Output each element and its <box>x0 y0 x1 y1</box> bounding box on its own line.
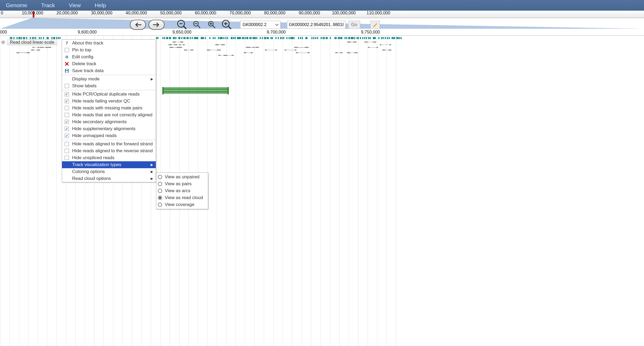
highlight-button[interactable] <box>370 21 380 29</box>
svg-rect-45 <box>167 37 168 39</box>
svg-rect-107 <box>280 37 281 39</box>
submenu-view-coverage[interactable]: View coverage <box>156 201 208 208</box>
svg-rect-211 <box>184 50 187 51</box>
svg-rect-230 <box>307 52 310 53</box>
menu-coloring-options[interactable]: Coloring options ▶ <box>62 168 156 175</box>
svg-rect-251 <box>388 50 391 51</box>
svg-rect-205 <box>179 44 181 45</box>
overview-tick: 100,000,000 <box>332 11 356 15</box>
pan-right-button[interactable] <box>149 20 165 30</box>
zoom-in-small-button[interactable] <box>207 19 217 30</box>
menu-hide-pcr-duplicates[interactable]: Hide PCR/Optical duplicate reads <box>62 91 156 98</box>
track-label[interactable]: Read cloud linear-scale <box>7 39 57 45</box>
svg-rect-64 <box>201 37 202 39</box>
submenu-view-read-cloud[interactable]: View as read cloud <box>156 194 208 201</box>
menu-hide-supplementary[interactable]: Hide supplementary alignments <box>62 125 156 132</box>
svg-rect-166 <box>397 37 399 39</box>
svg-line-10 <box>213 26 215 28</box>
chevron-right-icon: ▶ <box>151 170 153 174</box>
menu-hide-not-correctly-aligned[interactable]: Hide reads that are not correctly aligne… <box>62 112 156 118</box>
submenu-view-unpaired[interactable]: View as unpaired <box>156 174 208 180</box>
overview-tick: 10,000,000 <box>22 11 43 15</box>
menu-hide-unmapped[interactable]: Hide unmapped reads <box>62 132 156 139</box>
chevron-right-icon: ▶ <box>151 77 153 81</box>
menu-help[interactable]: Help <box>95 2 106 9</box>
svg-rect-119 <box>305 37 306 39</box>
arrow-left-icon <box>134 22 142 27</box>
svg-rect-16 <box>11 37 12 39</box>
go-button[interactable]: Go <box>348 21 360 29</box>
svg-rect-24 <box>26 37 27 39</box>
svg-rect-61 <box>195 37 196 39</box>
svg-rect-42 <box>162 37 163 39</box>
local-tick: 9,600,000 <box>78 30 97 35</box>
svg-rect-111 <box>289 37 290 39</box>
svg-rect-87 <box>243 37 244 39</box>
menu-about-track[interactable]: ? About this track <box>62 40 156 47</box>
pan-left-button[interactable] <box>130 20 146 30</box>
svg-rect-120 <box>306 37 307 39</box>
svg-rect-117 <box>300 37 301 39</box>
overview-tick: 60,000,000 <box>195 11 216 15</box>
menu-show-labels[interactable]: Show labels <box>62 83 156 89</box>
svg-rect-217 <box>244 52 246 53</box>
svg-rect-55 <box>184 37 186 39</box>
menu-delete-track[interactable]: Delete track <box>62 60 156 67</box>
svg-rect-155 <box>375 37 376 39</box>
location-input[interactable] <box>287 21 346 29</box>
svg-rect-118 <box>302 37 303 39</box>
svg-rect-163 <box>393 37 394 39</box>
local-ruler[interactable]: ,0009,600,0009,650,0009,700,0009,750,000 <box>0 30 644 36</box>
overview-tick: 20,000,000 <box>56 11 78 15</box>
zoom-in-big-button[interactable] <box>221 19 232 30</box>
menu-edit-config[interactable]: Edit config <box>62 53 156 60</box>
svg-rect-26 <box>32 37 33 39</box>
overview-ruler[interactable]: 010,000,00020,000,00030,000,00040,000,00… <box>0 11 644 18</box>
zoom-out-small-button[interactable] <box>192 19 202 30</box>
menu-genome[interactable]: Genome <box>6 2 27 9</box>
svg-rect-60 <box>194 37 195 39</box>
svg-rect-146 <box>358 37 359 39</box>
overview-tick: 50,000,000 <box>160 11 182 15</box>
menu-display-mode[interactable]: Display mode ▶ <box>62 76 156 83</box>
menu-hide-missing-mate[interactable]: Hide reads with missing mate pairs <box>62 105 156 112</box>
svg-line-6 <box>198 26 200 28</box>
svg-line-3 <box>183 26 186 29</box>
menu-hide-unspliced[interactable]: Hide unspliced reads <box>62 154 156 161</box>
menu-track-viz-types[interactable]: Track visualization types ▶ <box>62 161 156 168</box>
zoom-out-big-button[interactable] <box>177 19 187 30</box>
svg-rect-121 <box>311 37 313 39</box>
svg-rect-114 <box>292 37 293 39</box>
svg-rect-76 <box>225 37 226 39</box>
svg-rect-66 <box>203 37 204 39</box>
menu-hide-reverse-strand[interactable]: Hide reads aligned to the reverse strand <box>62 147 156 154</box>
svg-rect-160 <box>387 37 388 39</box>
menu-hide-vendor-qc[interactable]: Hide reads failing vendor QC <box>62 98 156 105</box>
chevron-down-icon <box>275 23 279 27</box>
menu-hide-secondary[interactable]: Hide secondary alignments <box>62 118 156 125</box>
svg-rect-36 <box>54 37 55 39</box>
svg-rect-156 <box>378 37 379 39</box>
menu-read-cloud-options[interactable]: Read cloud options ▶ <box>62 175 156 182</box>
menu-view[interactable]: View <box>69 2 81 9</box>
track-viz-types-submenu: View as unpaired View as pairs View as a… <box>156 172 208 209</box>
submenu-view-pairs[interactable]: View as pairs <box>156 180 208 187</box>
svg-rect-104 <box>272 37 273 39</box>
svg-rect-21 <box>21 37 22 39</box>
menu-pin-top[interactable]: Pin to top <box>62 47 156 53</box>
menu-save-track-data[interactable]: Save track data <box>62 67 156 74</box>
svg-rect-15 <box>10 37 11 39</box>
svg-rect-151 <box>368 37 369 39</box>
svg-rect-233 <box>305 47 309 48</box>
menu-hide-forward-strand[interactable]: Hide reads aligned to the forward strand <box>62 141 156 147</box>
svg-rect-197 <box>180 42 183 43</box>
svg-rect-57 <box>187 37 188 39</box>
svg-rect-196 <box>173 42 176 43</box>
submenu-view-arcs[interactable]: View as arcs <box>156 187 208 194</box>
sequence-input[interactable] <box>242 22 273 27</box>
local-tick: 9,700,000 <box>267 30 286 35</box>
sequence-select[interactable] <box>240 21 281 29</box>
menu-track[interactable]: Track <box>41 2 55 9</box>
local-tick: 9,650,000 <box>173 30 191 35</box>
close-track-icon[interactable]: ✕ <box>1 40 5 44</box>
